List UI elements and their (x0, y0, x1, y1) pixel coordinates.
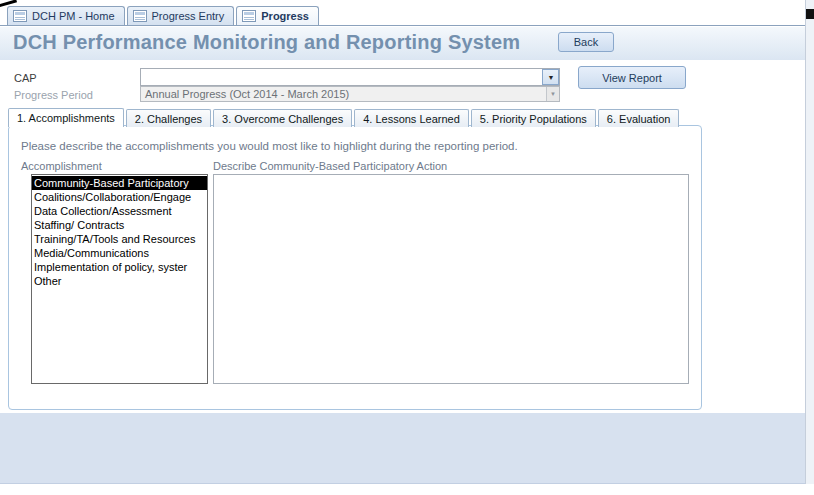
progress-period-dropdown-arrow-icon: ▼ (546, 87, 559, 101)
document-tab-bar: DCH PM - Home Progress Entry Progress (0, 0, 806, 26)
window-background (0, 413, 806, 484)
list-item[interactable]: Media/Communications (32, 246, 207, 260)
page-title: DCH Performance Monitoring and Reporting… (13, 31, 520, 54)
doc-tab-label: Progress Entry (152, 10, 225, 22)
doc-tab-progress[interactable]: Progress (236, 6, 319, 25)
doc-tab-progress-entry[interactable]: Progress Entry (127, 6, 235, 25)
form-icon (133, 10, 147, 22)
describe-action-textarea[interactable] (213, 174, 689, 384)
list-item[interactable]: Training/TA/Tools and Resources (32, 232, 207, 246)
tab-accomplishments[interactable]: 1. Accomplishments (8, 108, 124, 127)
tab-evaluation[interactable]: 6. Evaluation (598, 109, 680, 127)
instruction-text: Please describe the accomplishments you … (21, 140, 518, 152)
progress-period-combobox: Annual Progress (Oct 2014 - March 2015) … (140, 86, 560, 102)
list-item[interactable]: Staffing/ Contracts (32, 218, 207, 232)
progress-period-label: Progress Period (14, 89, 93, 101)
list-item[interactable]: Other (32, 274, 207, 288)
cap-combobox-value (141, 69, 542, 85)
tab-lessons-learned[interactable]: 4. Lessons Learned (354, 109, 469, 127)
list-item[interactable]: Community-Based Participatory (32, 176, 207, 190)
vertical-scrollbar[interactable] (805, 0, 814, 484)
section-tab-strip: 1. Accomplishments 2. Challenges 3. Over… (8, 107, 681, 127)
cap-label: CAP (14, 72, 37, 84)
describe-action-label: Describe Community-Based Participatory A… (213, 160, 447, 172)
list-item[interactable]: Implementation of policy, syster (32, 260, 207, 274)
doc-tab-label: DCH PM - Home (32, 10, 115, 22)
tab-priority-populations[interactable]: 5. Priority Populations (471, 109, 596, 127)
progress-period-value: Annual Progress (Oct 2014 - March 2015) (141, 87, 546, 101)
form-icon (13, 10, 27, 22)
accomplishment-listbox[interactable]: Community-Based Participatory Coalitions… (31, 174, 208, 384)
tab-challenges[interactable]: 2. Challenges (126, 109, 211, 127)
app-window: DCH PM - Home Progress Entry Progress DC… (0, 0, 814, 495)
scrollbar-thumb[interactable] (806, 9, 814, 19)
list-item[interactable]: Coalitions/Collaboration/Engage (32, 190, 207, 204)
header: DCH Performance Monitoring and Reporting… (0, 27, 806, 60)
cap-combobox[interactable]: ▼ (140, 68, 560, 86)
list-item[interactable]: Data Collection/Assessment (32, 204, 207, 218)
accomplishment-list-label: Accomplishment (21, 160, 102, 172)
form-icon (242, 10, 256, 22)
doc-tab-dch-pm-home[interactable]: DCH PM - Home (7, 6, 125, 25)
tab-overcome-challenges[interactable]: 3. Overcome Challenges (213, 109, 352, 127)
back-button[interactable]: Back (558, 32, 614, 52)
accomplishments-panel: Please describe the accomplishments you … (8, 125, 702, 410)
view-report-button[interactable]: View Report (578, 66, 686, 89)
cap-dropdown-arrow-icon[interactable]: ▼ (542, 69, 559, 85)
doc-tab-label: Progress (261, 10, 309, 22)
